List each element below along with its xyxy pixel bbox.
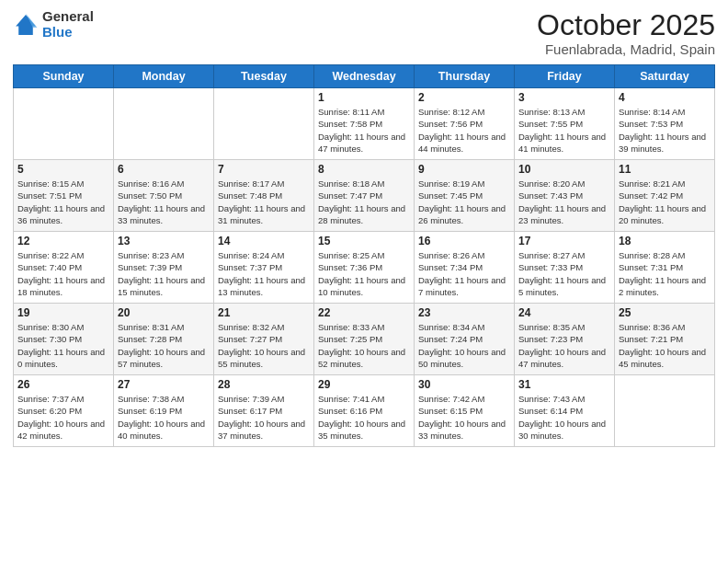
- day-info: Sunrise: 8:13 AM Sunset: 7:55 PM Dayligh…: [518, 106, 610, 155]
- calendar-cell-w4-d6: 24Sunrise: 8:35 AM Sunset: 7:23 PM Dayli…: [515, 304, 615, 375]
- day-number: 14: [218, 235, 310, 247]
- calendar-cell-w3-d3: 14Sunrise: 8:24 AM Sunset: 7:37 PM Dayli…: [214, 232, 314, 304]
- logo-icon: [13, 12, 39, 38]
- calendar-cell-w2-d5: 9Sunrise: 8:19 AM Sunset: 7:45 PM Daylig…: [415, 160, 515, 232]
- day-number: 7: [218, 163, 310, 176]
- header-sunday: Sunday: [14, 65, 114, 88]
- header-friday: Friday: [515, 65, 615, 88]
- day-number: 12: [17, 235, 109, 247]
- day-number: 15: [318, 235, 410, 247]
- day-info: Sunrise: 8:16 AM Sunset: 7:50 PM Dayligh…: [118, 178, 210, 226]
- day-info: Sunrise: 8:34 AM Sunset: 7:24 PM Dayligh…: [418, 321, 510, 370]
- calendar-cell-w4-d5: 23Sunrise: 8:34 AM Sunset: 7:24 PM Dayli…: [415, 304, 515, 375]
- day-info: Sunrise: 7:43 AM Sunset: 6:14 PM Dayligh…: [518, 393, 610, 442]
- day-info: Sunrise: 8:23 AM Sunset: 7:39 PM Dayligh…: [118, 249, 210, 298]
- day-info: Sunrise: 8:27 AM Sunset: 7:33 PM Dayligh…: [518, 249, 610, 298]
- calendar-cell-w3-d6: 17Sunrise: 8:27 AM Sunset: 7:33 PM Dayli…: [515, 232, 615, 304]
- calendar-cell-w5-d5: 30Sunrise: 7:42 AM Sunset: 6:15 PM Dayli…: [415, 375, 515, 447]
- day-number: 26: [17, 378, 109, 391]
- day-number: 28: [218, 378, 310, 391]
- day-info: Sunrise: 8:26 AM Sunset: 7:34 PM Dayligh…: [418, 249, 510, 298]
- day-number: 20: [118, 306, 210, 319]
- calendar-cell-w5-d4: 29Sunrise: 7:41 AM Sunset: 6:16 PM Dayli…: [314, 375, 415, 447]
- day-info: Sunrise: 8:22 AM Sunset: 7:40 PM Dayligh…: [17, 249, 109, 298]
- calendar-cell-w3-d1: 12Sunrise: 8:22 AM Sunset: 7:40 PM Dayli…: [14, 232, 114, 304]
- day-info: Sunrise: 7:42 AM Sunset: 6:15 PM Dayligh…: [418, 393, 510, 442]
- calendar-cell-w1-d5: 2Sunrise: 8:12 AM Sunset: 7:56 PM Daylig…: [415, 88, 515, 160]
- calendar-week-1: 1Sunrise: 8:11 AM Sunset: 7:58 PM Daylig…: [14, 88, 715, 160]
- header-tuesday: Tuesday: [214, 65, 314, 88]
- location-title: Fuenlabrada, Madrid, Spain: [537, 41, 715, 57]
- calendar-table: Sunday Monday Tuesday Wednesday Thursday…: [13, 64, 715, 447]
- calendar-cell-w2-d1: 5Sunrise: 8:15 AM Sunset: 7:51 PM Daylig…: [14, 160, 114, 232]
- day-info: Sunrise: 7:41 AM Sunset: 6:16 PM Dayligh…: [318, 393, 410, 442]
- calendar-cell-w5-d6: 31Sunrise: 7:43 AM Sunset: 6:14 PM Dayli…: [515, 375, 615, 447]
- day-number: 29: [318, 378, 410, 391]
- day-number: 13: [118, 235, 210, 247]
- calendar-cell-w3-d4: 15Sunrise: 8:25 AM Sunset: 7:36 PM Dayli…: [314, 232, 415, 304]
- calendar-cell-w3-d5: 16Sunrise: 8:26 AM Sunset: 7:34 PM Dayli…: [415, 232, 515, 304]
- header-monday: Monday: [114, 65, 214, 88]
- day-info: Sunrise: 8:33 AM Sunset: 7:25 PM Dayligh…: [318, 321, 410, 370]
- day-info: Sunrise: 8:31 AM Sunset: 7:28 PM Dayligh…: [118, 321, 210, 370]
- calendar-week-5: 26Sunrise: 7:37 AM Sunset: 6:20 PM Dayli…: [14, 375, 715, 447]
- calendar-week-3: 12Sunrise: 8:22 AM Sunset: 7:40 PM Dayli…: [14, 232, 715, 304]
- day-info: Sunrise: 8:21 AM Sunset: 7:42 PM Dayligh…: [619, 178, 711, 226]
- month-title: October 2025: [537, 9, 715, 41]
- day-info: Sunrise: 8:28 AM Sunset: 7:31 PM Dayligh…: [619, 249, 711, 298]
- header: General Blue October 2025 Fuenlabrada, M…: [13, 9, 715, 57]
- day-info: Sunrise: 8:15 AM Sunset: 7:51 PM Dayligh…: [17, 178, 109, 226]
- day-number: 3: [518, 91, 610, 104]
- day-info: Sunrise: 8:18 AM Sunset: 7:47 PM Dayligh…: [318, 178, 410, 226]
- day-info: Sunrise: 7:39 AM Sunset: 6:17 PM Dayligh…: [218, 393, 310, 442]
- day-number: 31: [518, 378, 610, 391]
- day-info: Sunrise: 8:19 AM Sunset: 7:45 PM Dayligh…: [418, 178, 510, 226]
- logo-blue-text: Blue: [42, 25, 94, 40]
- day-number: 17: [518, 235, 610, 247]
- calendar-cell-w1-d6: 3Sunrise: 8:13 AM Sunset: 7:55 PM Daylig…: [515, 88, 615, 160]
- calendar-cell-w1-d7: 4Sunrise: 8:14 AM Sunset: 7:53 PM Daylig…: [615, 88, 715, 160]
- day-number: 1: [318, 91, 410, 104]
- day-number: 6: [118, 163, 210, 176]
- page: General Blue October 2025 Fuenlabrada, M…: [0, 0, 728, 563]
- weekday-header-row: Sunday Monday Tuesday Wednesday Thursday…: [14, 65, 715, 88]
- day-number: 4: [619, 91, 711, 104]
- day-info: Sunrise: 8:17 AM Sunset: 7:48 PM Dayligh…: [218, 178, 310, 226]
- calendar-cell-w2-d3: 7Sunrise: 8:17 AM Sunset: 7:48 PM Daylig…: [214, 160, 314, 232]
- calendar-cell-w5-d3: 28Sunrise: 7:39 AM Sunset: 6:17 PM Dayli…: [214, 375, 314, 447]
- day-info: Sunrise: 8:36 AM Sunset: 7:21 PM Dayligh…: [619, 321, 711, 370]
- calendar-week-2: 5Sunrise: 8:15 AM Sunset: 7:51 PM Daylig…: [14, 160, 715, 232]
- day-number: 25: [619, 306, 711, 319]
- calendar-cell-w1-d3: [214, 88, 314, 160]
- day-number: 27: [118, 378, 210, 391]
- logo-text: General Blue: [42, 9, 94, 40]
- day-info: Sunrise: 8:25 AM Sunset: 7:36 PM Dayligh…: [318, 249, 410, 298]
- day-info: Sunrise: 8:30 AM Sunset: 7:30 PM Dayligh…: [17, 321, 109, 370]
- calendar-cell-w2-d6: 10Sunrise: 8:20 AM Sunset: 7:43 PM Dayli…: [515, 160, 615, 232]
- day-number: 2: [418, 91, 510, 104]
- day-number: 16: [418, 235, 510, 247]
- calendar-cell-w4-d2: 20Sunrise: 8:31 AM Sunset: 7:28 PM Dayli…: [114, 304, 214, 375]
- day-info: Sunrise: 8:11 AM Sunset: 7:58 PM Dayligh…: [318, 106, 410, 155]
- day-info: Sunrise: 8:32 AM Sunset: 7:27 PM Dayligh…: [218, 321, 310, 370]
- day-number: 24: [518, 306, 610, 319]
- calendar-cell-w1-d1: [14, 88, 114, 160]
- calendar-cell-w3-d2: 13Sunrise: 8:23 AM Sunset: 7:39 PM Dayli…: [114, 232, 214, 304]
- calendar-cell-w3-d7: 18Sunrise: 8:28 AM Sunset: 7:31 PM Dayli…: [615, 232, 715, 304]
- day-number: 19: [17, 306, 109, 319]
- calendar-cell-w2-d2: 6Sunrise: 8:16 AM Sunset: 7:50 PM Daylig…: [114, 160, 214, 232]
- day-number: 30: [418, 378, 510, 391]
- calendar-cell-w2-d4: 8Sunrise: 8:18 AM Sunset: 7:47 PM Daylig…: [314, 160, 415, 232]
- calendar-cell-w1-d2: [114, 88, 214, 160]
- calendar-cell-w4-d4: 22Sunrise: 8:33 AM Sunset: 7:25 PM Dayli…: [314, 304, 415, 375]
- header-saturday: Saturday: [615, 65, 715, 88]
- day-info: Sunrise: 8:14 AM Sunset: 7:53 PM Dayligh…: [619, 106, 711, 155]
- calendar-cell-w4-d7: 25Sunrise: 8:36 AM Sunset: 7:21 PM Dayli…: [615, 304, 715, 375]
- calendar-week-4: 19Sunrise: 8:30 AM Sunset: 7:30 PM Dayli…: [14, 304, 715, 375]
- day-info: Sunrise: 7:37 AM Sunset: 6:20 PM Dayligh…: [17, 393, 109, 442]
- header-thursday: Thursday: [415, 65, 515, 88]
- logo: General Blue: [13, 9, 94, 40]
- day-info: Sunrise: 7:38 AM Sunset: 6:19 PM Dayligh…: [118, 393, 210, 442]
- day-number: 18: [619, 235, 711, 247]
- day-number: 10: [518, 163, 610, 176]
